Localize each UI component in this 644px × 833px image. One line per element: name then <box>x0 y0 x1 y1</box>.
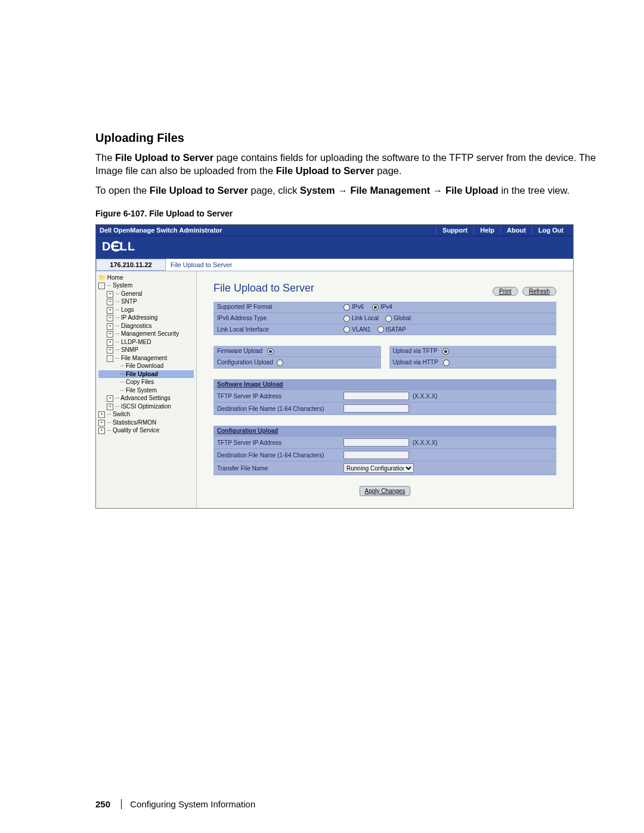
select-transfer-filename[interactable]: Running Configuration <box>343 463 414 473</box>
radio-link-local[interactable] <box>343 315 350 322</box>
text: The <box>95 152 115 163</box>
tree-iscsi[interactable]: +···· iSCSI Optimization <box>98 402 194 411</box>
text-bold: File Management <box>350 185 430 196</box>
tree-file-upload[interactable]: ···· File Upload <box>98 370 194 379</box>
expand-icon[interactable]: + <box>107 315 113 321</box>
tree-qos[interactable]: +···· Quality of Service <box>98 426 194 435</box>
tree-system[interactable]: -···· System <box>98 281 194 290</box>
tree-home[interactable]: 📁 Home <box>98 274 194 282</box>
tree-label: Switch <box>113 411 130 417</box>
tree-snmp[interactable]: +···· SNMP <box>98 346 194 354</box>
expand-icon[interactable]: + <box>107 331 113 337</box>
tree-label: Logs <box>121 306 134 313</box>
expand-icon[interactable]: + <box>107 307 113 314</box>
label-tftp-ip-1: TFTP Server IP Address <box>213 390 340 402</box>
radio-config-upload[interactable] <box>277 360 283 366</box>
tree-label: File Upload <box>126 371 158 377</box>
tree-advanced-settings[interactable]: +···· Advanced Settings <box>98 394 194 402</box>
tree-file-system[interactable]: ···· File System <box>98 386 194 395</box>
radio-label: IPv4 <box>380 304 392 310</box>
upload-type-left: Firmware Upload Configuration Upload <box>213 346 381 368</box>
label-via-tftp: Upload via TFTP <box>389 346 557 357</box>
text: To open the <box>95 185 150 196</box>
app-title: Dell OpenManage Switch Administrator <box>100 227 436 234</box>
expand-icon[interactable]: + <box>107 323 113 330</box>
input-dest-filename-1[interactable] <box>343 404 409 413</box>
text: → <box>335 185 351 196</box>
text-bold: File Upload <box>445 185 499 196</box>
tree-diagnostics[interactable]: +···· Diagnostics <box>98 322 194 330</box>
label-ip-format: Supported IP Format <box>213 302 340 312</box>
label-transfer-filename: Transfer File Name <box>213 462 340 475</box>
collapse-icon[interactable]: - <box>98 283 105 289</box>
expand-icon[interactable]: + <box>107 404 113 410</box>
label-via-http: Upload via HTTP <box>389 357 557 368</box>
radio-firmware-upload[interactable] <box>267 348 274 355</box>
tree-label: File Download <box>126 363 163 369</box>
radio-label: Link Local <box>352 315 379 321</box>
print-button[interactable]: Print <box>493 287 518 296</box>
expand-icon[interactable]: + <box>107 291 113 298</box>
nav-logout[interactable]: Log Out <box>532 227 569 234</box>
figure-caption: Figure 6-107. File Upload to Server <box>95 209 596 218</box>
expand-icon[interactable]: + <box>98 411 105 418</box>
apply-changes-button[interactable]: Apply Changes <box>360 486 411 496</box>
tree-label: File Management <box>121 355 167 361</box>
label-firmware-upload: Firmware Upload <box>213 346 381 357</box>
refresh-button[interactable]: Refresh <box>522 287 556 296</box>
label-dest-filename-2: Destination File Name (1-64 Characters) <box>213 449 340 462</box>
tree-copy-files[interactable]: ···· Copy Files <box>98 378 194 386</box>
expand-icon[interactable]: + <box>107 395 113 402</box>
tree-file-download[interactable]: ···· File Download <box>98 362 194 370</box>
tree-label: Statistics/RMON <box>113 419 156 426</box>
upload-via-right: Upload via TFTP Upload via HTTP <box>389 346 557 368</box>
input-dest-filename-2[interactable] <box>343 451 409 459</box>
radio-label: VLAN1 <box>352 326 371 333</box>
dell-logo: DELL <box>96 236 573 259</box>
input-tftp-ip-1[interactable] <box>343 392 409 400</box>
radio-via-http[interactable] <box>443 360 450 366</box>
breadcrumb: File Upload to Server <box>166 259 573 271</box>
tree-label: LLDP-MED <box>121 339 151 345</box>
input-tftp-ip-2[interactable] <box>343 438 409 447</box>
expand-icon[interactable]: + <box>98 420 105 426</box>
radio-ipv6[interactable] <box>343 304 350 311</box>
expand-icon[interactable]: + <box>107 339 113 346</box>
radio-vlan1[interactable] <box>343 326 350 333</box>
text: Firmware Upload <box>217 348 262 354</box>
app-titlebar: Dell OpenManage Switch Administrator Sup… <box>96 225 573 236</box>
tree-logs[interactable]: +···· Logs <box>98 306 194 314</box>
tree-mgmt-security[interactable]: +···· Management Security <box>98 330 194 338</box>
text-bold: File Upload to Server <box>276 165 374 176</box>
tree-label: General <box>121 290 143 297</box>
tree-label: SNTP <box>121 298 137 305</box>
radio-via-tftp[interactable] <box>442 348 449 355</box>
expand-icon[interactable]: + <box>107 299 113 305</box>
label-ll-interface: Link Local Interface <box>213 324 340 335</box>
expand-icon[interactable]: + <box>107 347 113 354</box>
text: → <box>430 185 445 196</box>
tree-ip-addressing[interactable]: +···· IP Addressing <box>98 314 194 322</box>
text: Configuration Upload <box>217 359 273 366</box>
tree-label: iSCSI Optimization <box>121 403 171 410</box>
nav-about[interactable]: About <box>500 227 532 234</box>
tree-switch[interactable]: +···· Switch <box>98 410 194 419</box>
collapse-icon[interactable]: - <box>107 355 113 362</box>
expand-icon[interactable]: + <box>98 428 105 434</box>
radio-isatap[interactable] <box>377 326 384 333</box>
nav-help[interactable]: Help <box>473 227 500 234</box>
nav-tree[interactable]: 📁 Home -···· System +···· General +···· … <box>96 271 197 508</box>
tree-general[interactable]: +···· General <box>98 290 194 298</box>
content-panel: File Upload to Server Print Refresh Supp… <box>197 271 573 508</box>
tree-label: Home <box>107 274 123 281</box>
device-ip: 176.210.11.22 <box>96 259 166 271</box>
radio-ipv4[interactable] <box>372 304 379 311</box>
nav-support[interactable]: Support <box>436 227 473 234</box>
radio-global[interactable] <box>385 315 392 322</box>
tree-lldp-med[interactable]: +···· LLDP-MED <box>98 338 194 346</box>
tree-label: Advanced Settings <box>120 395 170 401</box>
radio-label: ISATAP <box>386 326 406 333</box>
tree-file-management[interactable]: -···· File Management <box>98 354 194 363</box>
tree-statistics[interactable]: +···· Statistics/RMON <box>98 419 194 427</box>
tree-sntp[interactable]: +···· SNTP <box>98 298 194 306</box>
